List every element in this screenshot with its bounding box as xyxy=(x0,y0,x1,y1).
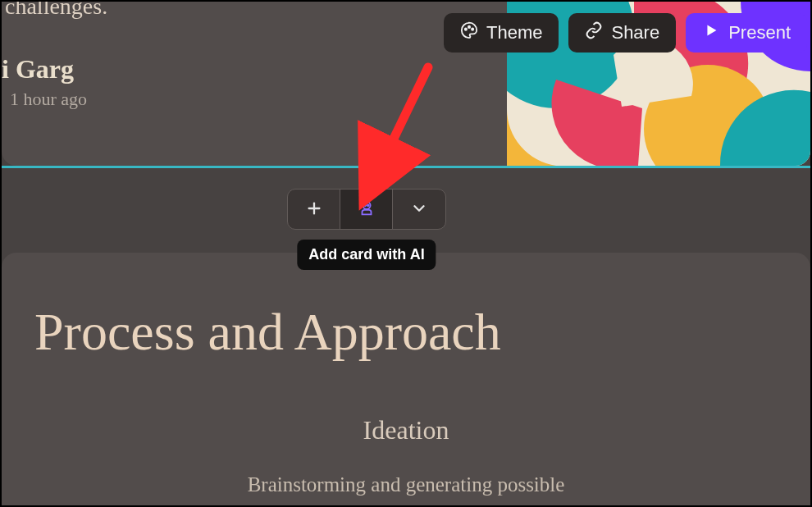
svg-point-4 xyxy=(468,26,470,28)
theme-button[interactable]: Theme xyxy=(444,13,559,53)
theme-label: Theme xyxy=(486,22,542,43)
present-label: Present xyxy=(728,22,791,43)
card-two: Process and Approach Ideation Brainstorm… xyxy=(2,253,810,505)
palette-icon xyxy=(460,21,478,44)
add-ai-card-button[interactable] xyxy=(340,190,393,229)
card-one-text-truncated: challenges. xyxy=(5,0,107,20)
svg-point-5 xyxy=(472,29,473,30)
svg-point-9 xyxy=(364,204,366,206)
svg-point-10 xyxy=(367,204,368,206)
plus-icon xyxy=(305,199,323,220)
body-text[interactable]: Brainstorming and generating possible xyxy=(34,470,778,499)
ai-tooltip: Add card with AI xyxy=(297,240,436,270)
add-card-toolbar xyxy=(287,189,446,230)
present-button[interactable]: Present xyxy=(686,13,807,53)
header-area: challenges. i Garg 1 hour ago xyxy=(2,2,810,166)
ai-robot-icon xyxy=(358,199,376,220)
chevron-down-icon xyxy=(410,199,428,220)
sub-heading[interactable]: Ideation xyxy=(34,415,778,445)
author-name: i Garg xyxy=(2,54,74,84)
add-blank-card-button[interactable] xyxy=(288,190,340,229)
timestamp: 1 hour ago xyxy=(10,89,87,110)
svg-point-3 xyxy=(465,29,467,30)
add-card-dropdown-button[interactable] xyxy=(393,190,445,229)
section-title[interactable]: Process and Approach xyxy=(34,302,778,363)
play-icon xyxy=(702,21,720,44)
card-divider[interactable] xyxy=(2,166,810,168)
top-actions: Theme Share Present xyxy=(444,13,807,53)
share-label: Share xyxy=(611,22,659,43)
share-button[interactable]: Share xyxy=(568,13,676,53)
link-icon xyxy=(585,21,603,44)
